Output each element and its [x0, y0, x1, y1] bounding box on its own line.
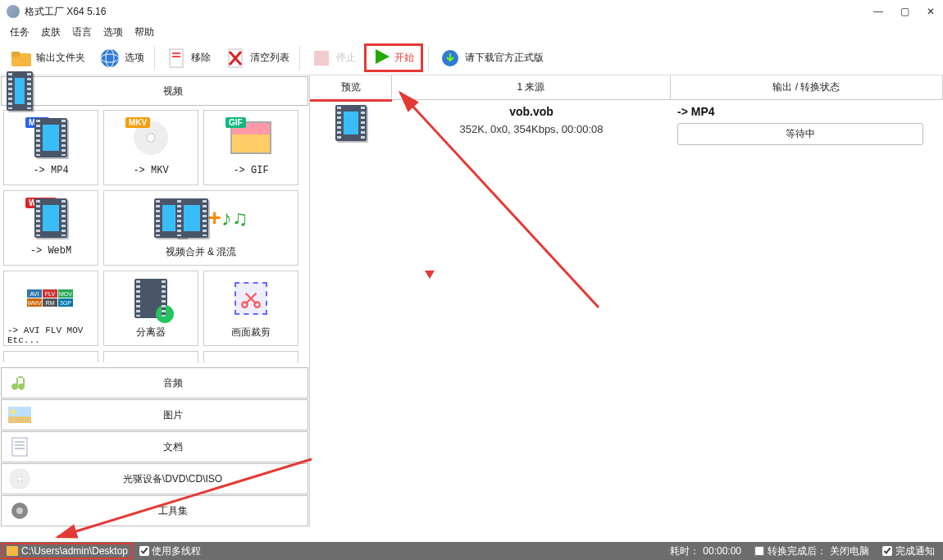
download-link[interactable]: 请下载官方正式版 — [434, 44, 549, 72]
menu-help[interactable]: 帮助 — [134, 25, 154, 39]
multithread-input[interactable] — [139, 546, 149, 556]
tile-merge-label: 视频合并 & 混流 — [166, 245, 237, 259]
disc-icon — [7, 467, 33, 490]
stop-button[interactable]: 停止 — [305, 44, 361, 72]
folder-icon — [10, 47, 33, 70]
tile-webm-label: -> WebM — [30, 245, 71, 257]
tile-more-1[interactable] — [3, 351, 98, 362]
title-bar: 格式工厂 X64 5.16 — ▢ ✕ — [0, 0, 943, 23]
tile-mp4-label: -> MP4 — [33, 165, 68, 176]
svg-point-24 — [16, 508, 23, 514]
annotation-marker — [425, 271, 435, 279]
category-video-header[interactable]: 视频 — [1, 76, 308, 106]
output-folder-button[interactable]: 输出文件夹 — [5, 44, 90, 72]
after-convert-input[interactable] — [754, 546, 764, 556]
col-preview[interactable]: 预览 — [310, 75, 392, 99]
toolbar: 输出文件夹 选项 移除 清空列表 停止 开始 请下载官方正 — [0, 41, 943, 75]
toolbar-separator — [299, 46, 300, 71]
left-panel: 视频 MP4 -> MP4 MKV -> MKV GIF -> GIF — [0, 75, 310, 527]
tile-avi-etc[interactable]: AVIFLVMOVWMVRM3GP -> AVI FLV MOV Etc... — [3, 271, 98, 346]
svg-marker-12 — [376, 49, 390, 64]
app-icon — [7, 5, 20, 18]
notify-input[interactable] — [882, 546, 892, 556]
main-area: 视频 MP4 -> MP4 MKV -> MKV GIF -> GIF — [0, 75, 943, 527]
tile-merge[interactable]: +♪♫ 视频合并 & 混流 — [103, 190, 298, 266]
tile-gif[interactable]: GIF -> GIF — [203, 110, 298, 185]
tile-mp4[interactable]: MP4 -> MP4 — [3, 110, 98, 185]
folder-small-icon — [7, 546, 18, 556]
category-doc-label: 文档 — [38, 440, 308, 454]
svg-rect-19 — [12, 438, 27, 456]
category-image-label: 图片 — [38, 408, 308, 422]
menu-bar: 任务 皮肤 语言 选项 帮助 — [0, 23, 943, 41]
start-button[interactable]: 开始 — [364, 43, 423, 72]
menu-language[interactable]: 语言 — [72, 25, 92, 39]
task-row[interactable]: vob.vob 352K, 0x0, 354Kbps, 00:00:08 -> … — [310, 100, 943, 150]
output-path-box[interactable]: C:\Users\admin\Desktop — [2, 543, 133, 559]
image-icon — [7, 403, 33, 426]
task-thumbnail — [310, 105, 392, 145]
output-folder-label: 输出文件夹 — [36, 51, 85, 65]
tile-splitter[interactable]: 分离器 — [103, 271, 198, 346]
category-stack: 音频 图片 文档 光驱设备\DVD\CD\ISO 工具集 — [0, 367, 309, 527]
svg-rect-11 — [314, 51, 329, 66]
col-source[interactable]: 1 来源 — [392, 75, 671, 99]
globe-icon — [98, 47, 121, 70]
menu-options[interactable]: 选项 — [103, 25, 123, 39]
category-image[interactable]: 图片 — [1, 399, 308, 430]
options-button[interactable]: 选项 — [93, 44, 149, 72]
remove-icon — [165, 47, 188, 70]
tile-more-3[interactable] — [203, 351, 298, 362]
start-label: 开始 — [394, 51, 414, 65]
close-button[interactable]: ✕ — [925, 6, 936, 17]
clear-label: 清空列表 — [250, 51, 289, 65]
multithread-label: 使用多线程 — [152, 544, 201, 558]
svg-point-15 — [254, 302, 260, 307]
minimize-button[interactable]: — — [872, 6, 884, 17]
notify-label: 完成通知 — [895, 544, 935, 558]
play-icon — [373, 48, 391, 68]
after-convert-checkbox[interactable]: 转换完成后：关闭电脑 — [754, 544, 869, 558]
category-tools[interactable]: 工具集 — [1, 495, 308, 526]
tile-avi-label: -> AVI FLV MOV Etc... — [4, 326, 98, 345]
tile-webm[interactable]: Webm -> WebM — [3, 190, 98, 266]
category-disc[interactable]: 光驱设备\DVD\CD\ISO — [1, 463, 308, 494]
category-audio[interactable]: 音频 — [1, 367, 308, 398]
tile-gif-label: -> GIF — [233, 165, 268, 176]
status-bar: C:\Users\admin\Desktop 使用多线程 耗时：00:00:00… — [0, 542, 943, 560]
svg-rect-17 — [8, 417, 31, 423]
col-output[interactable]: 输出 / 转换状态 — [671, 75, 943, 99]
multithread-checkbox[interactable]: 使用多线程 — [139, 544, 201, 558]
stop-icon — [310, 47, 333, 70]
svg-rect-5 — [170, 49, 183, 67]
tile-more-2[interactable] — [103, 351, 198, 362]
svg-point-14 — [242, 302, 248, 307]
task-status[interactable]: 等待中 — [677, 123, 923, 145]
svg-point-2 — [101, 49, 119, 67]
maximize-button[interactable]: ▢ — [899, 6, 910, 17]
category-doc[interactable]: 文档 — [1, 431, 308, 462]
clear-icon — [224, 47, 247, 70]
menu-skin[interactable]: 皮肤 — [41, 25, 61, 39]
tile-mkv[interactable]: MKV -> MKV — [103, 110, 198, 185]
tile-crop[interactable]: 画面裁剪 — [203, 271, 298, 346]
music-note-icon — [7, 371, 33, 394]
toolbar-separator — [428, 46, 429, 71]
menu-task[interactable]: 任务 — [10, 25, 30, 39]
category-audio-label: 音频 — [38, 376, 308, 390]
options-label: 选项 — [125, 51, 144, 65]
globe-download-icon — [439, 47, 462, 70]
document-icon — [7, 435, 33, 458]
task-filename: vob.vob — [392, 105, 671, 118]
svg-point-18 — [11, 409, 16, 414]
category-tools-label: 工具集 — [38, 504, 308, 518]
stop-label: 停止 — [336, 51, 356, 65]
category-video-label: 视频 — [38, 84, 308, 98]
category-disc-label: 光驱设备\DVD\CD\ISO — [38, 472, 308, 486]
clear-list-button[interactable]: 清空列表 — [219, 44, 294, 72]
notify-checkbox[interactable]: 完成通知 — [882, 544, 935, 558]
task-output-format: -> MP4 — [677, 105, 936, 118]
remove-button[interactable]: 移除 — [160, 44, 216, 72]
tile-splitter-label: 分离器 — [136, 326, 166, 339]
gear-film-icon — [7, 499, 33, 522]
